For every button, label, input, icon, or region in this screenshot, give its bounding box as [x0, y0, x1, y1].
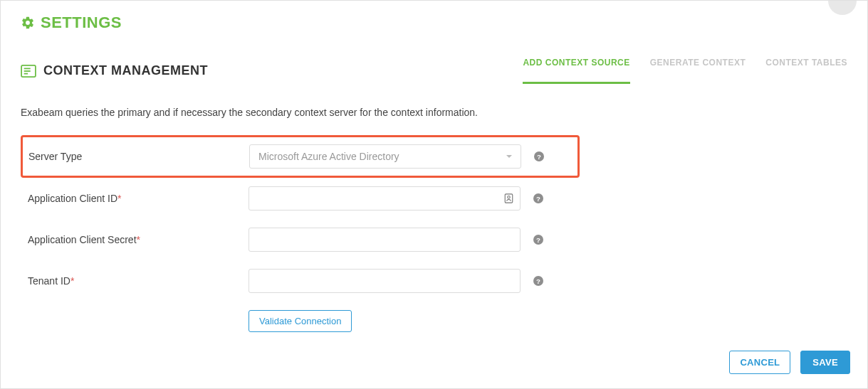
tab-generate-context[interactable]: GENERATE CONTEXT — [650, 58, 746, 84]
tab-add-context-source[interactable]: ADD CONTEXT SOURCE — [523, 58, 629, 84]
help-icon[interactable]: ? — [528, 151, 550, 161]
svg-text:?: ? — [536, 236, 540, 244]
help-icon[interactable]: ? — [528, 235, 549, 245]
app-client-id-label: Application Client ID* — [28, 193, 241, 204]
help-icon[interactable]: ? — [528, 193, 549, 203]
page-title: SETTINGS — [41, 14, 122, 32]
validate-connection-button[interactable]: Validate Connection — [249, 310, 352, 332]
context-tabs: ADD CONTEXT SOURCE GENERATE CONTEXT CONT… — [523, 58, 847, 84]
tenant-id-label: Tenant ID* — [28, 275, 241, 287]
cancel-button[interactable]: CANCEL — [729, 351, 790, 374]
app-client-secret-input[interactable] — [249, 228, 521, 252]
svg-text:?: ? — [537, 153, 541, 161]
contact-card-icon[interactable] — [504, 193, 513, 203]
section-description: Exabeam queries the primary and if neces… — [21, 107, 847, 118]
chevron-down-icon — [506, 155, 512, 158]
svg-text:?: ? — [536, 277, 540, 285]
server-type-value: Microsoft Azure Active Directory — [258, 151, 399, 162]
tenant-id-input[interactable] — [249, 269, 521, 293]
gear-icon — [21, 16, 35, 30]
section-title: CONTEXT MANAGEMENT — [43, 63, 208, 78]
tab-context-tables[interactable]: CONTEXT TABLES — [765, 58, 847, 84]
server-type-label: Server Type — [28, 151, 242, 162]
server-type-select[interactable]: Microsoft Azure Active Directory — [249, 144, 521, 169]
app-client-id-input[interactable] — [249, 186, 521, 211]
svg-text:?: ? — [536, 195, 540, 203]
save-button[interactable]: SAVE — [800, 351, 850, 374]
list-card-icon — [21, 65, 36, 78]
help-icon[interactable]: ? — [528, 276, 549, 286]
svg-point-7 — [508, 196, 511, 199]
app-client-secret-label: Application Client Secret* — [28, 234, 241, 245]
